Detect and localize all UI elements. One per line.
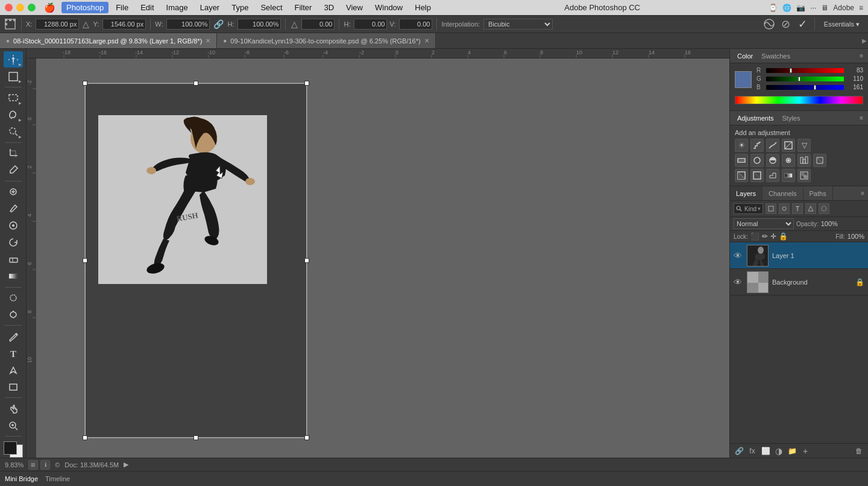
invert-icon[interactable] [735,169,748,182]
rectangle-tool[interactable] [4,379,23,395]
tab-2-close[interactable]: ✕ [424,37,429,44]
color-tab[interactable]: Color [735,52,755,60]
x-input[interactable] [36,19,79,30]
adjustments-tab[interactable]: Adjustments [735,115,776,122]
color-balance-icon[interactable] [750,154,764,167]
layers-panel-menu-icon[interactable]: ≡ [857,190,868,197]
menu-photoshop[interactable]: Photoshop [61,2,108,13]
handle-bottom-right[interactable] [304,435,309,440]
new-adjustment-icon[interactable]: ◑ [773,446,784,456]
foreground-color[interactable] [4,441,17,455]
h-input[interactable] [237,19,281,30]
handle-top-left[interactable] [83,81,87,86]
tab-1[interactable]: ● 08-iStock_000011057163Large.psd @ 9.83… [0,33,217,48]
history-brush-tool[interactable] [4,235,23,251]
doc-arrow[interactable]: ▶ [124,461,128,469]
smart-filter-icon[interactable] [819,203,829,214]
maximize-button[interactable] [28,4,36,11]
clone-stamp-tool[interactable] [4,218,23,234]
gradient-map-icon[interactable] [782,169,795,182]
threshold-icon[interactable] [766,169,779,182]
confirm-transform-icon[interactable]: ✓ [796,17,810,31]
path-selection-tool[interactable] [4,362,23,378]
dodge-tool[interactable] [4,306,23,323]
photo-filter-icon[interactable] [782,154,795,167]
tab-2[interactable]: ● 09-10KandiceLynn19-306-to-composite.ps… [217,33,435,48]
menu-filter[interactable]: Filter [290,2,317,13]
add-layer-effect-icon[interactable]: fx [747,447,758,455]
menu-image[interactable]: Image [162,2,193,13]
exposure-icon[interactable] [782,139,795,152]
h-skew-input[interactable] [354,19,387,30]
foreground-background-colors[interactable] [4,441,23,458]
g-slider[interactable] [766,77,844,81]
type-tool[interactable]: T [4,345,23,361]
color-swatch-large[interactable] [735,71,752,88]
menu-right-icon1[interactable]: ⌚ [769,4,778,12]
pixel-filter-icon[interactable] [766,203,776,214]
brush-tool[interactable] [4,201,23,217]
menu-file[interactable]: File [111,2,133,13]
close-button[interactable] [5,4,13,11]
w-input[interactable] [166,19,210,30]
layer-row-layer1[interactable]: 👁 Layer 1 [730,242,868,269]
zoom-tool[interactable] [4,417,23,434]
crop-tool[interactable] [4,145,23,162]
quick-select-tool[interactable]: ▶ [4,124,23,140]
adjustment-filter-icon[interactable] [779,203,790,214]
hand-tool[interactable] [4,400,23,417]
cancel-transform-icon[interactable]: ⊘ [779,17,793,31]
y-input[interactable] [102,19,146,30]
brightness-contrast-icon[interactable]: ☀ [735,139,748,152]
styles-tab[interactable]: Styles [780,115,803,122]
menu-select[interactable]: Select [256,2,287,13]
essentials-dropdown[interactable]: Essentials ▾ [819,21,864,28]
opacity-value[interactable]: 100% [821,220,842,227]
menu-right-list[interactable]: ≡ [859,4,863,12]
healing-tool[interactable] [4,184,23,200]
b-slider[interactable] [766,85,844,90]
new-layer-icon[interactable]: + [800,446,811,456]
handle-bottom-left[interactable] [83,435,87,440]
handle-middle-right[interactable] [304,258,309,263]
handle-middle-left[interactable] [83,258,87,263]
bw-icon[interactable] [766,154,779,167]
warp-icon[interactable] [762,17,776,31]
marquee-tool[interactable]: ▶ [4,90,23,106]
timeline-tab[interactable]: Timeline [45,475,70,482]
apple-icon[interactable]: 🍎 [44,2,55,13]
layers-tab[interactable]: Layers [730,186,763,200]
menu-layer[interactable]: Layer [195,2,225,13]
shape-filter-icon[interactable] [805,203,816,214]
channels-tab[interactable]: Channels [763,186,803,200]
posterize-icon[interactable] [750,169,764,182]
add-mask-icon[interactable]: ⬜ [760,447,771,455]
selective-color-icon[interactable] [797,169,811,182]
menu-right-adobe[interactable]: Adobe [833,4,854,12]
menu-view[interactable]: View [341,2,368,13]
delete-layer-icon[interactable]: 🗑 [854,447,864,455]
channel-mixer-icon[interactable] [797,154,811,167]
link-icon[interactable]: 🔗 [213,19,224,29]
rotation-input[interactable] [301,19,335,30]
hue-sat-icon[interactable] [735,154,748,167]
layer-link-icon[interactable]: 🔗 [734,447,744,455]
adjustments-menu-icon[interactable]: ≡ [860,115,863,121]
status-nav-icon[interactable]: ⊞ [28,460,38,470]
menu-type[interactable]: Type [227,2,253,13]
paths-tab[interactable]: Paths [804,186,833,200]
background-visibility[interactable]: 👁 [734,277,743,287]
vibrance-icon[interactable]: ▽ [797,139,811,152]
blend-mode-select[interactable]: Normal Dissolve Multiply Screen Overlay [734,218,794,229]
color-spectrum[interactable] [735,96,863,104]
status-info-icon[interactable]: ℹ [40,460,50,470]
layer-row-background[interactable]: 👁 Background 🔒 [730,269,868,295]
gradient-tool[interactable] [4,268,23,285]
doc-sizes[interactable]: Doc: 18.3M/64.5M [64,461,119,469]
fill-value[interactable]: 100% [848,233,864,240]
menu-right-icon3[interactable]: 📷 [796,4,805,12]
transform-options-icon[interactable] [4,17,17,31]
menu-edit[interactable]: Edit [136,2,159,13]
levels-icon[interactable] [750,139,764,152]
pen-tool[interactable] [4,328,23,344]
